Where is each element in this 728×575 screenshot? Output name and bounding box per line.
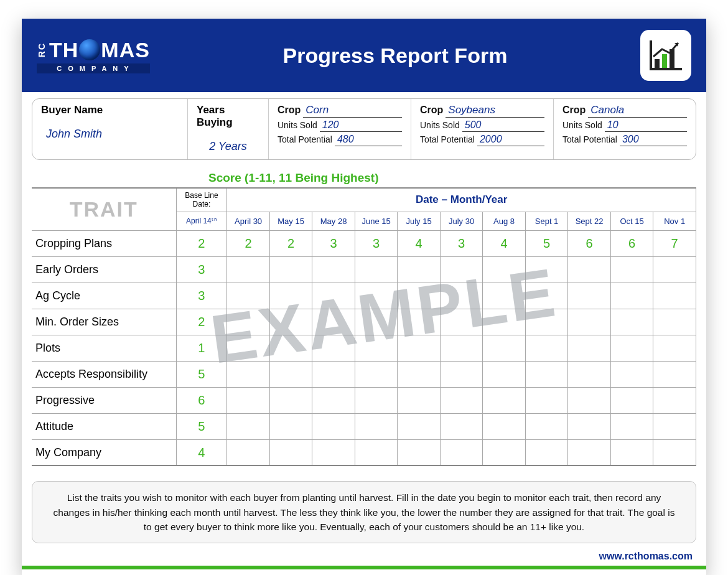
score-cell[interactable] xyxy=(610,387,653,413)
score-cell[interactable] xyxy=(269,283,312,309)
years-buying-value[interactable]: 2 Years xyxy=(197,140,259,153)
score-cell[interactable] xyxy=(525,387,568,413)
score-cell[interactable] xyxy=(227,256,270,283)
score-cell[interactable] xyxy=(312,361,355,387)
score-cell[interactable] xyxy=(312,413,355,439)
score-cell[interactable] xyxy=(610,256,653,283)
score-cell[interactable] xyxy=(440,256,483,283)
crop-value[interactable]: Corn xyxy=(303,104,402,118)
score-cell[interactable] xyxy=(525,413,568,439)
score-cell[interactable] xyxy=(653,387,696,413)
score-cell[interactable] xyxy=(525,256,568,283)
score-cell[interactable]: 3 xyxy=(355,230,398,256)
score-cell[interactable] xyxy=(269,439,312,465)
score-cell[interactable] xyxy=(227,439,270,465)
score-cell[interactable] xyxy=(398,309,441,335)
score-cell[interactable] xyxy=(483,387,526,413)
score-cell[interactable] xyxy=(653,309,696,335)
score-cell[interactable] xyxy=(610,283,653,309)
baseline-score-cell[interactable]: 5 xyxy=(176,413,227,439)
score-cell[interactable] xyxy=(440,283,483,309)
score-cell[interactable] xyxy=(355,335,398,361)
score-cell[interactable] xyxy=(483,309,526,335)
score-cell[interactable] xyxy=(269,361,312,387)
baseline-score-cell[interactable]: 6 xyxy=(176,387,227,413)
baseline-score-cell[interactable]: 1 xyxy=(176,335,227,361)
units-sold-value[interactable]: 10 xyxy=(605,119,687,132)
score-cell[interactable] xyxy=(398,283,441,309)
score-cell[interactable]: 4 xyxy=(483,230,526,256)
score-cell[interactable] xyxy=(398,361,441,387)
baseline-score-cell[interactable]: 4 xyxy=(176,439,227,465)
crop-value[interactable]: Canola xyxy=(588,104,687,118)
crop-value[interactable]: Soybeans xyxy=(446,104,544,118)
buyer-name-value[interactable]: John Smith xyxy=(41,128,179,141)
score-cell[interactable] xyxy=(483,361,526,387)
score-cell[interactable] xyxy=(398,413,441,439)
score-cell[interactable] xyxy=(610,361,653,387)
score-cell[interactable] xyxy=(355,387,398,413)
score-cell[interactable] xyxy=(610,439,653,465)
score-cell[interactable] xyxy=(227,361,270,387)
score-cell[interactable] xyxy=(440,309,483,335)
score-cell[interactable] xyxy=(483,335,526,361)
baseline-score-cell[interactable]: 2 xyxy=(176,309,227,335)
score-cell[interactable]: 6 xyxy=(610,230,653,256)
score-cell[interactable] xyxy=(653,413,696,439)
score-cell[interactable] xyxy=(568,387,611,413)
score-cell[interactable] xyxy=(568,335,611,361)
score-cell[interactable]: 4 xyxy=(398,230,441,256)
score-cell[interactable] xyxy=(355,283,398,309)
score-cell[interactable] xyxy=(525,361,568,387)
baseline-score-cell[interactable]: 5 xyxy=(176,361,227,387)
score-cell[interactable] xyxy=(568,283,611,309)
score-cell[interactable] xyxy=(355,439,398,465)
score-cell[interactable] xyxy=(312,387,355,413)
score-cell[interactable] xyxy=(610,413,653,439)
score-cell[interactable]: 2 xyxy=(269,230,312,256)
score-cell[interactable] xyxy=(398,387,441,413)
baseline-score-cell[interactable]: 3 xyxy=(176,283,227,309)
score-cell[interactable] xyxy=(653,361,696,387)
score-cell[interactable] xyxy=(483,283,526,309)
total-potential-value[interactable]: 300 xyxy=(620,134,687,146)
score-cell[interactable] xyxy=(398,439,441,465)
score-cell[interactable] xyxy=(440,387,483,413)
score-cell[interactable] xyxy=(568,256,611,283)
score-cell[interactable] xyxy=(525,283,568,309)
score-cell[interactable] xyxy=(398,335,441,361)
score-cell[interactable]: 2 xyxy=(227,230,270,256)
score-cell[interactable] xyxy=(610,335,653,361)
score-cell[interactable] xyxy=(653,283,696,309)
score-cell[interactable] xyxy=(440,439,483,465)
score-cell[interactable] xyxy=(483,439,526,465)
baseline-score-cell[interactable]: 3 xyxy=(176,256,227,283)
footer-url[interactable]: www.rcthomas.com xyxy=(22,548,706,566)
score-cell[interactable] xyxy=(227,387,270,413)
total-potential-value[interactable]: 480 xyxy=(335,134,402,146)
score-cell[interactable] xyxy=(483,413,526,439)
score-cell[interactable] xyxy=(269,309,312,335)
score-cell[interactable]: 6 xyxy=(568,230,611,256)
score-cell[interactable] xyxy=(227,413,270,439)
score-cell[interactable] xyxy=(312,256,355,283)
score-cell[interactable] xyxy=(312,335,355,361)
score-cell[interactable] xyxy=(483,256,526,283)
score-cell[interactable] xyxy=(398,256,441,283)
score-cell[interactable] xyxy=(355,309,398,335)
score-cell[interactable] xyxy=(269,413,312,439)
score-cell[interactable]: 3 xyxy=(440,230,483,256)
score-cell[interactable]: 3 xyxy=(312,230,355,256)
units-sold-value[interactable]: 120 xyxy=(320,119,402,132)
score-cell[interactable] xyxy=(355,256,398,283)
score-cell[interactable] xyxy=(610,309,653,335)
score-cell[interactable] xyxy=(653,256,696,283)
score-cell[interactable] xyxy=(525,439,568,465)
score-cell[interactable] xyxy=(312,439,355,465)
score-cell[interactable] xyxy=(525,309,568,335)
score-cell[interactable] xyxy=(312,283,355,309)
score-cell[interactable] xyxy=(440,413,483,439)
score-cell[interactable]: 7 xyxy=(653,230,696,256)
score-cell[interactable] xyxy=(568,309,611,335)
score-cell[interactable] xyxy=(653,439,696,465)
